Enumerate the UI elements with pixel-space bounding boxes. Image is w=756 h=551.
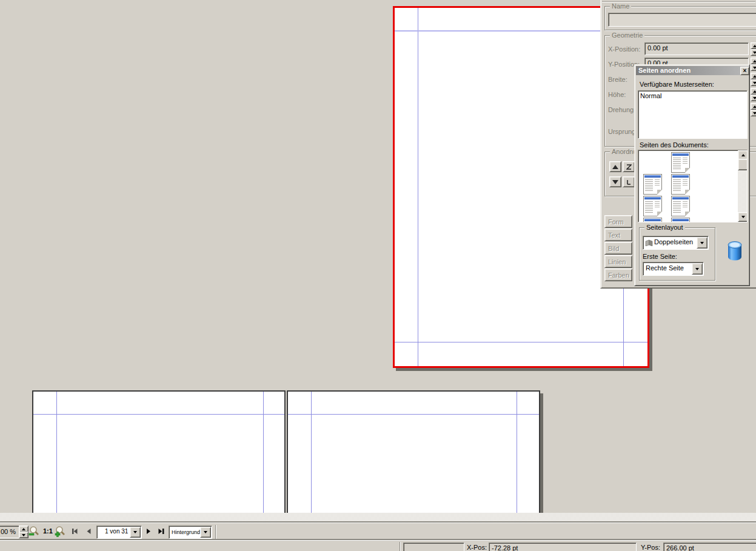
spin-down-icon[interactable] [751,49,756,56]
spin-up-icon[interactable] [751,58,756,64]
spin-up-icon[interactable] [751,103,756,110]
tab-form[interactable]: Form [604,215,632,228]
margin-guide [33,414,284,415]
chevron-down-icon[interactable] [697,237,707,249]
spin-up-icon[interactable] [751,88,756,95]
spinner[interactable] [751,58,756,71]
book-icon [645,239,653,247]
chevron-down-icon[interactable] [692,263,703,275]
margin-guide [288,414,539,415]
x-pos-label: X-Pos: [467,544,487,551]
scroll-down-icon[interactable] [738,212,748,222]
next-page-button[interactable] [144,527,153,536]
zoom-spin-down[interactable] [19,532,28,538]
geometry-row-label: X-Position: [608,45,640,53]
spinner[interactable] [751,73,756,86]
spin-down-icon[interactable] [751,79,756,86]
tab-bild[interactable]: Bild [604,242,632,255]
available-masters-label: Verfügbare Musterseiten: [640,81,714,88]
master-page-item[interactable]: Normal [640,92,661,99]
close-icon[interactable]: × [740,67,749,75]
layer-select[interactable]: Hintergrund [169,526,212,539]
document-pages-list[interactable] [638,150,748,222]
zoom-percent-field[interactable]: 00 % [0,526,19,538]
level-down-button[interactable] [609,176,621,187]
x-pos-value: -72.28 pt [489,543,637,551]
last-page-button[interactable] [156,527,166,536]
margin-guide [418,8,418,366]
y-pos-label: Y-Pos: [641,544,660,551]
margin-guide [311,392,312,513]
dialog-title-bar[interactable]: Seiten anordnen [636,66,749,75]
document-page-thumb[interactable] [643,196,662,216]
document-page-thumb[interactable] [671,196,690,216]
previous-page-button[interactable] [84,527,93,536]
spinner[interactable] [751,42,756,56]
margin-guide [263,392,264,513]
first-page-select[interactable]: Rechte Seite [643,262,704,276]
status-bar: X-Pos: -72.28 pt Y-Pos: 266.00 pt [0,540,756,551]
document-page-thumb[interactable] [643,174,662,195]
document-page-thumb[interactable] [671,152,690,173]
geometry-row-field[interactable]: 0.00 pt [644,42,749,55]
margin-guide [517,392,517,513]
trash-icon[interactable] [727,241,743,262]
origin-label: Ursprung [608,128,635,135]
page-number-select[interactable]: 1 von 31 [96,526,142,539]
document-page-thumb[interactable] [671,174,690,195]
document-pages-label: Seiten des Dokuments: [640,141,709,149]
spin-down-icon[interactable] [751,110,756,116]
document-page-right[interactable] [287,390,540,513]
spin-up-icon[interactable] [751,42,756,49]
zoom-out-icon[interactable] [28,526,40,538]
spin-up-icon[interactable] [751,73,756,79]
status-message-field [403,543,464,551]
tab-text[interactable]: Text [604,229,632,241]
to-back-button[interactable] [623,176,635,187]
document-page-left[interactable] [32,390,286,513]
first-page-label: Erste Seite: [643,253,677,260]
geometry-row-label: Breite: [608,76,627,83]
margin-guide [56,392,57,513]
scribus-window: 00 % 1:1 1 von 31 [0,0,756,551]
to-front-button[interactable] [623,161,635,172]
layout-select[interactable]: Doppelseiten [643,236,709,250]
zoom-actual-button[interactable]: 1:1 [43,527,53,535]
master-pages-list[interactable]: Normal [638,90,748,139]
chevron-down-icon[interactable] [130,527,141,538]
first-page-button[interactable] [70,527,79,536]
bottom-toolbar: 00 % 1:1 1 von 31 [0,523,756,541]
scrollbar-thumb[interactable] [738,159,748,170]
document-page-thumb[interactable] [643,218,662,222]
level-up-button[interactable] [609,161,621,172]
statusbar-separator [400,542,401,551]
chevron-down-icon[interactable] [200,527,211,538]
name-group-label: Name [610,2,631,10]
name-input[interactable] [608,13,756,27]
y-pos-value: 266.00 pt [663,543,756,551]
spinner[interactable] [751,103,756,116]
geometry-row-label: Drehung: [608,106,635,113]
margin-guide [395,342,647,342]
tab-farben[interactable]: Farben [604,269,632,281]
zoom-in-icon[interactable] [55,526,66,538]
spin-down-icon[interactable] [751,64,756,71]
page-layout-group-label: Seitenlayout [644,224,685,232]
spin-down-icon[interactable] [751,95,756,101]
tab-linien[interactable]: Linien [604,255,632,268]
arrange-pages-dialog: Seiten anordnen × Verfügbare Musterseite… [634,64,750,286]
geometry-row-label: Höhe: [608,91,626,98]
geometry-group-label: Geometrie [610,32,644,39]
document-page-thumb[interactable] [671,218,690,222]
horizontal-scrollbar[interactable] [0,513,756,523]
pages-list-scrollbar[interactable] [738,150,747,222]
toolbar-separator [215,525,216,539]
spinner[interactable] [751,88,756,101]
